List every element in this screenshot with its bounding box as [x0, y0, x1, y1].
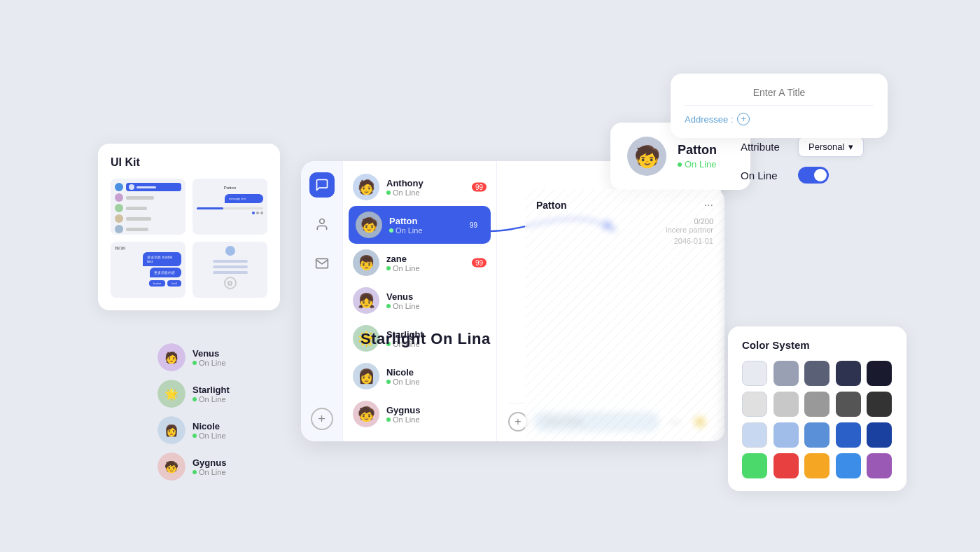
contact-card-name: Patton	[678, 143, 717, 158]
email-add-addressee-button[interactable]: +	[737, 113, 750, 125]
online-toggle[interactable]	[798, 167, 829, 184]
badge-patton: 99	[466, 221, 481, 230]
color-swatch-5[interactable]	[742, 392, 767, 417]
color-swatch-1[interactable]	[774, 361, 799, 386]
contact-card-status: On Line	[678, 159, 717, 170]
partial-contact-gygnus[interactable]: 🧒 Gygnus On Line	[158, 453, 276, 481]
chat-date: 2046-01-01	[536, 237, 713, 245]
chat-sidebar-icon-email[interactable]	[309, 251, 335, 276]
partial-contact-starlight[interactable]: 🌟 Starlight On Line	[158, 380, 276, 408]
avatar-anthony: 🧑	[353, 174, 379, 200]
attribute-row-online: On Line	[741, 167, 864, 184]
svg-point-0	[319, 219, 324, 224]
contact-row-patton[interactable]: 🧒 Patton On Line 99	[349, 206, 491, 244]
attribute-dropdown[interactable]: Personal ▾	[798, 137, 864, 157]
ui-kit-thumb-4: ⚙	[192, 242, 267, 298]
attribute-row-type: Attribute Personal ▾	[741, 137, 864, 157]
color-swatch-10[interactable]	[742, 422, 767, 448]
addressee-label: Addressee :	[685, 114, 733, 125]
ui-kit-thumb-3: 我们的 发送消息 bubble text 更多消息内容 button btn2	[111, 242, 186, 298]
contact-row-venus[interactable]: 👧 Venus On Line	[343, 282, 496, 319]
ui-kit-thumb-1	[111, 179, 186, 235]
contact-row-zane[interactable]: 👦 zane On Line 99	[343, 244, 496, 282]
partial-contact-nicole[interactable]: 👩 Nicole On Line	[158, 416, 276, 444]
attribute-label: Attribute	[741, 141, 790, 153]
ui-kit-grid: Patton message text 我们的 发送消息 bu	[111, 179, 267, 298]
avatar-venus: 🧑	[158, 343, 186, 371]
color-swatch-19[interactable]	[867, 453, 892, 478]
contact-row-anthony[interactable]: 🧑 Anthony On Line 99	[343, 168, 496, 206]
avatar-nicole: 👩	[158, 416, 186, 444]
chat-detail-options[interactable]: ···	[704, 199, 713, 212]
contact-card-avatar: 🧒	[627, 137, 666, 176]
avatar-patton: 🧒	[356, 212, 382, 238]
chat-detail-name: Patton	[536, 200, 567, 211]
color-swatch-18[interactable]	[836, 453, 861, 478]
attribute-panel: Attribute Personal ▾ On Line	[741, 137, 864, 184]
contact-list-partial: 🧑 Venus On Line 🌟 Starlight On Line 👩 Ni…	[158, 343, 276, 489]
avatar-gygnus-2: 🧒	[353, 401, 379, 427]
starlight-on-lina-text: Starlight On Lina	[360, 330, 491, 348]
chat-detail-panel: Patton ··· 0/200 incere partner 2046-01-…	[525, 189, 724, 441]
color-swatch-7[interactable]	[804, 392, 830, 417]
email-addressee-row: Addressee : +	[685, 113, 874, 125]
color-swatch-12[interactable]	[804, 422, 830, 448]
ui-kit-card: UI Kit	[98, 144, 280, 310]
color-system-panel: Color System	[728, 326, 906, 491]
partial-contact-venus[interactable]: 🧑 Venus On Line	[158, 343, 276, 371]
avatar-starlight: 🌟	[158, 380, 186, 408]
color-grid	[742, 361, 892, 478]
contact-list-panel: 🧑 Anthony On Line 99 🧒 Patton On Line 99…	[343, 161, 497, 441]
ui-kit-thumb-2: Patton message text	[192, 179, 267, 235]
color-swatch-13[interactable]	[836, 422, 861, 448]
chat-detail-header: Patton ···	[536, 199, 713, 212]
avatar-nicole-2: 👩	[353, 363, 379, 389]
chat-sidebar-add-button[interactable]: +	[311, 408, 333, 430]
color-swatch-9[interactable]	[867, 392, 892, 417]
chat-sidebar-icon-user[interactable]	[309, 212, 335, 237]
chat-sidebar-icon-chat[interactable]	[309, 172, 335, 198]
color-swatch-14[interactable]	[867, 422, 892, 448]
color-swatch-8[interactable]	[836, 392, 861, 417]
contact-row-gygnus[interactable]: 🧒 Gygnus On Line	[343, 395, 496, 433]
chat-sidebar: +	[301, 161, 343, 441]
color-swatch-17[interactable]	[804, 453, 830, 478]
color-system-title: Color System	[742, 339, 892, 351]
avatar-venus-2: 👧	[353, 287, 379, 314]
badge-zane: 99	[472, 258, 486, 268]
color-swatch-6[interactable]	[774, 392, 799, 417]
color-swatch-11[interactable]	[774, 422, 799, 448]
color-swatch-15[interactable]	[742, 453, 767, 478]
toggle-knob	[814, 169, 827, 181]
color-swatch-2[interactable]	[804, 361, 830, 386]
char-count: 0/200	[536, 217, 713, 226]
placeholder-text: incere partner	[536, 226, 713, 234]
avatar-gygnus: 🧒	[158, 453, 186, 481]
color-swatch-0[interactable]	[742, 361, 767, 386]
color-swatch-3[interactable]	[836, 361, 861, 386]
email-compose-panel: Addressee : +	[671, 74, 888, 138]
color-swatch-16[interactable]	[774, 453, 799, 478]
email-title-input[interactable]	[685, 87, 874, 106]
ui-kit-title: UI Kit	[111, 156, 267, 169]
contact-row-nicole[interactable]: 👩 Nicole On Line	[343, 357, 496, 395]
avatar-zane: 👦	[353, 249, 379, 276]
online-label: On Line	[741, 170, 790, 181]
color-swatch-4[interactable]	[867, 361, 892, 386]
badge-anthony: 99	[472, 183, 486, 192]
